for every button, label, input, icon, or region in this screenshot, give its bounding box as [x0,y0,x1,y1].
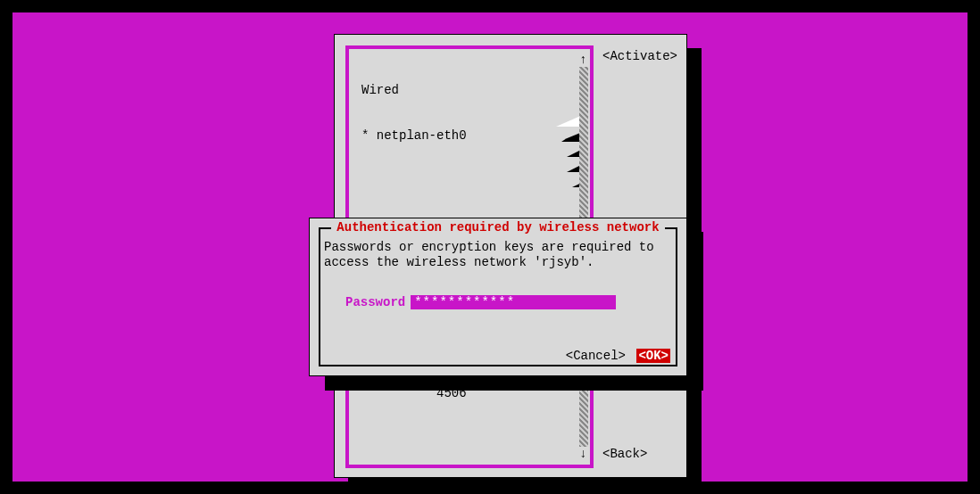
desktop-background: Wired * netplan-eth0 Wi-Fi rjsyb 4506 wj… [12,12,968,482]
blank-row [353,174,567,189]
wired-item[interactable]: * netplan-eth0 [353,128,567,144]
wired-header: Wired [353,83,567,98]
scroll-down-icon[interactable]: ↓ [579,447,588,461]
wifi-name: wjmac [436,477,474,491]
auth-dialog: Authentication required by wireless netw… [309,218,687,376]
back-button[interactable]: <Back> [602,447,647,461]
ok-button[interactable]: <OK> [636,349,670,363]
dialog-title-wrap: Authentication required by wireless netw… [310,220,686,235]
password-label: Password [345,295,405,309]
wifi-item-wjmac[interactable]: wjmac [353,462,567,494]
scroll-up-icon[interactable]: ↑ [579,53,588,67]
activate-button[interactable]: <Activate> [602,49,677,63]
dialog-title: Authentication required by wireless netw… [331,220,664,235]
password-row: Password ************ [345,295,616,309]
cancel-button[interactable]: <Cancel> [566,349,626,363]
dialog-body-text: Passwords or encryption keys are require… [324,240,672,270]
dialog-button-row: <Cancel> <OK> [566,349,670,363]
password-input[interactable]: ************ [411,295,616,309]
